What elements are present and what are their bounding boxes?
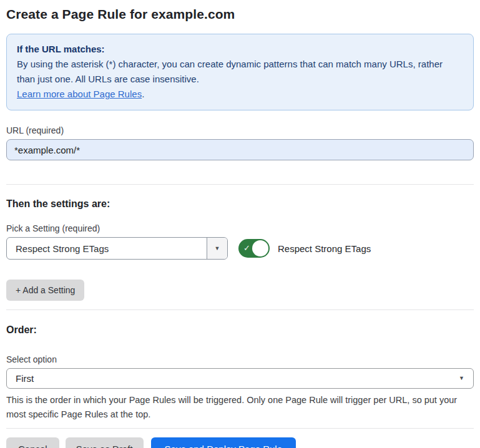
setting-row: Respect Strong ETags ▼ ✓ Respect Strong … — [6, 237, 474, 260]
info-box-link-line: Learn more about Page Rules. — [17, 87, 463, 102]
order-select-value: First — [16, 373, 34, 384]
etags-toggle-label: Respect Strong ETags — [278, 243, 371, 254]
chevron-down-icon: ▼ — [215, 246, 220, 251]
order-section-heading: Order: — [6, 324, 474, 336]
url-field-label: URL (required) — [6, 125, 474, 136]
toggle-knob — [252, 240, 268, 256]
settings-section-heading: Then the settings are: — [6, 198, 474, 210]
setting-select-arrow-box[interactable]: ▼ — [207, 238, 227, 259]
section-divider — [6, 309, 474, 310]
order-select[interactable]: First ▼ — [6, 368, 474, 389]
add-setting-button[interactable]: + Add a Setting — [6, 280, 84, 301]
save-and-deploy-button[interactable]: Save and Deploy Page Rule — [151, 437, 296, 448]
section-divider — [6, 428, 474, 429]
form-actions: Cancel Save as Draft Save and Deploy Pag… — [6, 437, 474, 448]
setting-select[interactable]: Respect Strong ETags ▼ — [6, 237, 228, 260]
pick-setting-label: Pick a Setting (required) — [6, 223, 474, 234]
order-select-label: Select option — [6, 354, 474, 365]
url-input[interactable] — [6, 139, 474, 160]
order-help-text: This is the order in which your Page Rul… — [6, 393, 471, 422]
etags-toggle[interactable]: ✓ — [238, 239, 270, 258]
chevron-down-icon: ▼ — [459, 376, 464, 381]
info-box-body: By using the asterisk (*) character, you… — [17, 57, 463, 87]
save-as-draft-button[interactable]: Save as Draft — [66, 437, 144, 448]
url-match-info-box: If the URL matches: By using the asteris… — [6, 34, 474, 110]
section-divider — [6, 184, 474, 185]
check-icon: ✓ — [243, 243, 250, 254]
page-rule-form: Create a Page Rule for example.com If th… — [0, 7, 480, 448]
learn-more-link[interactable]: Learn more about Page Rules — [17, 89, 142, 99]
setting-select-value: Respect Strong ETags — [7, 238, 207, 259]
info-box-heading: If the URL matches: — [17, 42, 463, 57]
page-title: Create a Page Rule for example.com — [6, 7, 474, 22]
link-period: . — [142, 89, 144, 99]
cancel-button[interactable]: Cancel — [6, 437, 59, 448]
